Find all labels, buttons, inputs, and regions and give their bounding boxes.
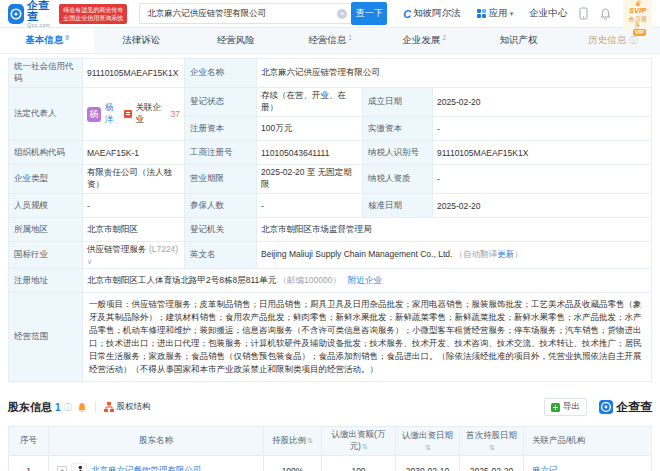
col-subscribe-date[interactable]: 认缴出资日期⇅ (396, 427, 460, 456)
info-icon: ⓘ (629, 35, 637, 46)
col-shareholder-name: 股东名称 (49, 427, 264, 456)
equity-structure-link[interactable]: 股权结构 (104, 401, 151, 413)
logo-text: 企查查 (27, 0, 54, 22)
paid-capital-label: 实缴资本 (363, 117, 433, 141)
shareholders-count: 1 (55, 402, 61, 413)
col-first-holding-date[interactable]: 首次持股日期⇅ (460, 427, 524, 456)
slogan-line-1: 缔造有远见的商业传奇 (63, 6, 123, 14)
shareholder-subscribe-date: 2030-02-10 (396, 456, 460, 471)
svip-label: SVIP (629, 6, 646, 15)
legal-rep-link[interactable]: 杨洋 (105, 102, 121, 126)
tab-legal-litigation[interactable]: 法律诉讼 (94, 28, 188, 53)
export-button[interactable]: 导出 (544, 398, 587, 416)
search-input[interactable] (139, 3, 351, 24)
shareholder-company-link[interactable]: 北京麻六记餐饮管理有限公司 (91, 465, 202, 471)
tab-operation-count: 1 (348, 34, 352, 41)
qcc-watermark-text: 企查查 (616, 399, 652, 416)
establish-date-value: 2025-02-20 (433, 88, 652, 117)
legal-rep-label: 法定代表人 (9, 88, 83, 141)
svip-member-link[interactable]: ♛ SVIP 会员服务 (623, 0, 652, 30)
shareholder-logo (71, 463, 87, 471)
shareholder-related-link: 麻六记 (524, 456, 652, 471)
nearby-companies-link[interactable]: 附近企业 (348, 275, 382, 285)
industry-code: (L7224) (149, 244, 178, 254)
related-brand-link[interactable]: 麻六记 (532, 465, 558, 471)
reg-authority-value: 北京市朝阳区市场监督管理局 (257, 218, 652, 242)
company-section-tabs: 基本信息9 法律诉讼 经营风险 经营信息1 企业发展2 知识产权 VIP 历史信… (0, 28, 660, 54)
slogan-badge: 缔造有远见的商业传奇 全国企业信用查询系统 (59, 4, 127, 24)
apps-menu[interactable]: 应用 ▾ (477, 7, 514, 20)
alfa-label: 知彼阿尔法 (413, 7, 461, 20)
tab-development-count: 2 (442, 34, 446, 41)
reg-status-label: 登记状态 (185, 88, 257, 117)
staff-size-label: 人员规模 (9, 194, 83, 218)
reg-status-value: 存续（在营、开业、在册） (257, 88, 363, 117)
search-button[interactable]: 查一下 (351, 2, 387, 25)
credit-code-label: 统一社会信用代码 (9, 59, 83, 88)
top-header: 企查查 Qcc.com 缔造有远见的商业传奇 全国企业信用查询系统 × 查一下 … (0, 0, 660, 28)
taxpayer-quality-value: - (433, 165, 652, 194)
address-label: 注册地址 (9, 269, 83, 293)
monitor-bell-icon[interactable] (77, 402, 87, 413)
company-type-value: 有限责任公司（法人独资） (83, 165, 185, 194)
shareholder-first-date: 2025-02-20 (460, 456, 524, 471)
industry-value: 供应链管理服务 (87, 244, 147, 254)
notification-bell-icon[interactable] (600, 8, 611, 20)
col-amount[interactable]: 认缴出资额(万元)⇅ (322, 427, 396, 456)
business-scope-label: 经营范围 (9, 293, 83, 382)
svip-sublabel: 会员服务 (628, 16, 647, 28)
tab-operating-risk[interactable]: 经营风险 (189, 28, 283, 53)
tab-operating-info[interactable]: 经营信息1 (283, 28, 377, 53)
industry-label: 国标行业 (9, 242, 83, 269)
insured-count-value: - (257, 194, 363, 218)
expand-row-button[interactable]: + (57, 466, 67, 471)
tab-basic-info[interactable]: 基本信息9 (0, 28, 94, 53)
tab-history-info[interactable]: VIP 历史信息 ⓘ (566, 28, 660, 53)
related-company-icon (124, 110, 131, 118)
english-name-value: Beijing Maliuji Supply Chain Management … (261, 249, 452, 259)
sort-icon: ⇅ (307, 437, 313, 444)
info-icon: ⓘ (64, 402, 72, 413)
mobile-app-icon[interactable] (579, 7, 588, 20)
address-value: 北京市朝阳区工人体育场北路甲2号8栋8层811单元 (87, 275, 276, 285)
company-type-label: 企业类型 (9, 165, 83, 194)
enterprise-center-link[interactable]: 企业中心 (529, 7, 567, 20)
related-companies-label[interactable]: 关联企业 (136, 102, 167, 126)
region-label: 所属地区 (9, 218, 83, 242)
region-value: 北京市朝阳区 (83, 218, 185, 242)
reg-authority-label: 登记机关 (185, 218, 257, 242)
english-name-update-link[interactable]: 更新 (497, 249, 514, 259)
search-bar: × 查一下 (139, 2, 387, 25)
col-ratio[interactable]: 持股比例⇅ (264, 427, 322, 456)
qcc-company-profile-page: 企查查 Qcc.com 缔造有远见的商业传奇 全国企业信用查询系统 × 查一下 … (0, 0, 660, 471)
sort-icon: ⇅ (425, 444, 431, 451)
export-label: 导出 (563, 401, 580, 413)
qcc-logo[interactable]: 企查查 Qcc.com (8, 0, 54, 28)
vip-badge: VIP (633, 29, 646, 36)
logo-domain: Qcc.com (27, 23, 54, 28)
clear-search-icon[interactable]: × (337, 9, 347, 19)
tab-company-development[interactable]: 企业发展2 (377, 28, 471, 53)
legal-rep-avatar[interactable]: 杨 (87, 107, 101, 122)
org-code-value: MAEAF15K-1 (83, 141, 185, 165)
shareholder-row: 1 + 北京麻六记餐饮管理有限公司 100% 100 2030-02-10 20… (9, 456, 652, 471)
staff-size-value: - (83, 194, 185, 218)
equity-structure-label: 股权结构 (117, 401, 151, 413)
related-companies-count[interactable]: 37 (171, 109, 180, 119)
business-reg-no-value: 110105043641111 (257, 141, 363, 165)
col-no: 序号 (9, 427, 49, 456)
tab-intellectual-property[interactable]: 知识产权 (471, 28, 565, 53)
chevron-down-icon[interactable]: ∨ (87, 258, 92, 265)
qcc-watermark: 企查查 (599, 399, 652, 416)
company-name-label: 企业名称 (185, 59, 257, 88)
sort-icon: ⇅ (489, 444, 495, 451)
zhibi-alfa-link[interactable]: C 知彼阿尔法 (403, 7, 460, 20)
qcc-logo-icon (8, 4, 24, 24)
address-zip: （邮编100000） (279, 275, 341, 285)
taxpayer-id-value: 91110105MAEAF15K1X (433, 141, 652, 165)
english-name-note: （自动翻译 (455, 249, 498, 259)
address-cell: 北京市朝阳区工人体育场北路甲2号8栋8层811单元 （邮编100000） 附近企… (83, 269, 652, 293)
alfa-c-icon: C (403, 8, 411, 20)
excel-icon (551, 403, 560, 412)
taxpayer-quality-label: 纳税人资质 (363, 165, 433, 194)
